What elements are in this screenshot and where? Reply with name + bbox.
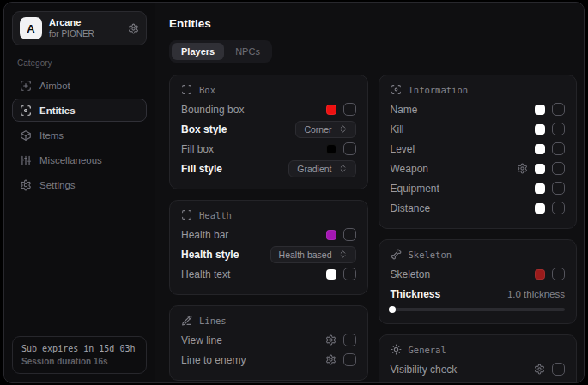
color-swatch[interactable]: [326, 105, 336, 115]
setting-label: Name: [391, 104, 418, 116]
panel-title: Health: [199, 210, 232, 220]
setting-label: Distance: [391, 202, 431, 214]
checkbox[interactable]: [343, 334, 356, 346]
dropdown[interactable]: Gradient: [288, 160, 355, 177]
setting-label: Fill style: [181, 163, 222, 175]
color-swatch[interactable]: [326, 144, 336, 154]
chevrons-up-down-icon: [338, 250, 348, 259]
row-controls: 1.0 thickness: [507, 289, 565, 299]
color-swatch[interactable]: [535, 164, 545, 174]
color-swatch[interactable]: [535, 105, 545, 115]
setting-label: Health text: [181, 268, 230, 280]
checkbox[interactable]: [552, 182, 565, 195]
checkbox[interactable]: [343, 353, 356, 366]
setting-label: Skeleton: [391, 268, 431, 280]
sidebar-item-label: Aimbot: [39, 81, 70, 91]
row-controls: [325, 353, 356, 366]
dropdown-value: Corner: [304, 124, 331, 135]
setting-label: Line to enemy: [181, 354, 246, 366]
setting-row: Max distance500m: [391, 379, 566, 383]
setting-row: Equipment: [391, 178, 566, 198]
checkbox[interactable]: [343, 228, 356, 241]
value-text: 1.0 thickness: [507, 289, 565, 299]
checkbox[interactable]: [552, 123, 565, 135]
gear-icon[interactable]: [325, 334, 336, 346]
main-content: Entities PlayersNPCs BoxBounding boxBox …: [155, 3, 584, 382]
sidebar-item-items[interactable]: Items: [12, 123, 147, 147]
panel-lines: LinesView lineLine to enemy: [169, 305, 368, 381]
setting-row: Weapon: [391, 159, 566, 178]
row-controls: [535, 103, 565, 116]
checkbox[interactable]: [552, 268, 565, 280]
page-title: Entities: [169, 17, 577, 30]
tab-players[interactable]: Players: [172, 43, 224, 60]
setting-label: Level: [391, 143, 415, 155]
setting-label: Visibility check: [391, 364, 458, 376]
setting-row: Health styleHealth based: [181, 244, 356, 264]
panel-box: BoxBounding boxBox styleCornerFill boxFi…: [169, 75, 368, 189]
sliders-icon: [20, 154, 32, 166]
row-controls: [326, 268, 356, 280]
color-swatch[interactable]: [535, 144, 545, 154]
tab-bar: PlayersNPCs: [169, 40, 272, 63]
checkbox[interactable]: [552, 363, 565, 376]
brand-header: A Arcane for PIONER: [12, 11, 147, 45]
slider[interactable]: [391, 308, 566, 311]
row-controls: Gradient: [288, 160, 355, 177]
gear-icon[interactable]: [534, 364, 545, 375]
row-controls: [535, 123, 565, 135]
checkbox[interactable]: [552, 103, 565, 116]
chevrons-up-down-icon: [338, 124, 348, 134]
panel-title: General: [409, 345, 446, 355]
panel-general: GeneralVisibility checkMax distance500m: [379, 334, 578, 383]
row-controls: [326, 142, 356, 155]
app-name: Arcane: [49, 17, 121, 29]
panel-header: Lines: [181, 315, 356, 326]
checkbox[interactable]: [343, 268, 356, 280]
sidebar-item-label: Miscellaneous: [39, 155, 102, 165]
dropdown[interactable]: Health based: [270, 246, 356, 263]
tab-npcs[interactable]: NPCs: [226, 43, 270, 60]
panel-header: Health: [181, 209, 356, 220]
setting-label: Thickness: [391, 288, 441, 300]
app-logo: A: [20, 17, 42, 39]
gear-icon[interactable]: [517, 163, 528, 174]
checkbox[interactable]: [552, 162, 565, 175]
sidebar-item-settings[interactable]: Settings: [12, 173, 147, 196]
setting-label: Kill: [391, 123, 404, 135]
row-controls: [534, 363, 565, 376]
sun-icon: [391, 344, 402, 355]
setting-row: Health bar: [181, 225, 356, 244]
row-controls: [535, 142, 565, 155]
color-swatch[interactable]: [326, 230, 336, 240]
color-swatch[interactable]: [535, 183, 545, 194]
color-swatch[interactable]: [535, 269, 545, 280]
scan-eye-icon: [20, 105, 32, 117]
sidebar-item-miscellaneous[interactable]: Miscellaneous: [12, 148, 147, 171]
checkbox[interactable]: [552, 142, 565, 155]
panel-title: Skeleton: [409, 250, 452, 260]
setting-row: Line to enemy: [181, 350, 356, 370]
panel-title: Box: [199, 85, 215, 95]
scan-eye-icon: [391, 84, 402, 95]
gear-icon[interactable]: [325, 354, 336, 365]
sidebar-item-aimbot[interactable]: Aimbot: [12, 74, 147, 97]
color-swatch[interactable]: [326, 269, 336, 280]
checkbox[interactable]: [343, 142, 356, 155]
slider-thumb[interactable]: [389, 306, 396, 313]
crosshair-scan-icon: [20, 80, 32, 92]
panel-title: Information: [409, 85, 469, 95]
pencil-line-icon: [181, 315, 192, 326]
setting-label: Max distance: [391, 383, 455, 384]
row-controls: [517, 162, 565, 175]
checkbox[interactable]: [552, 202, 565, 214]
sidebar-nav: AimbotEntitiesItemsMiscellaneousSettings: [12, 74, 147, 196]
setting-label: Bounding box: [181, 104, 244, 116]
setting-row: Box styleCorner: [181, 119, 356, 139]
gear-icon[interactable]: [128, 23, 139, 34]
color-swatch[interactable]: [535, 203, 545, 214]
color-swatch[interactable]: [535, 124, 545, 135]
dropdown[interactable]: Corner: [295, 121, 355, 138]
checkbox[interactable]: [343, 103, 356, 116]
sidebar-item-entities[interactable]: Entities: [12, 99, 147, 122]
